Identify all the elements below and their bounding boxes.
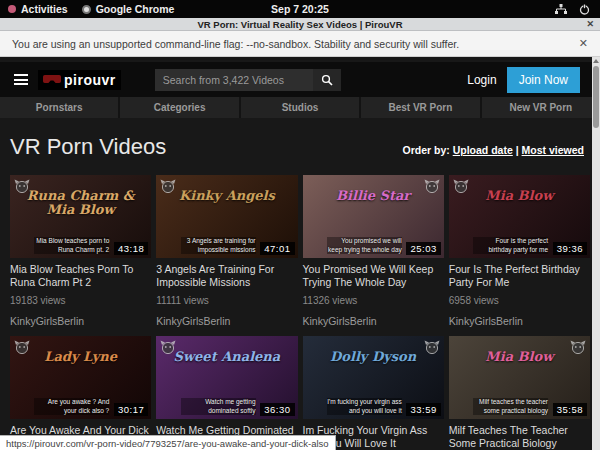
browser-title-bar[interactable]: VR Porn: Virtual Reality Sex Videos | Pi… — [0, 18, 600, 31]
site-logo[interactable]: pirouvr — [38, 70, 121, 90]
video-grid: Runa Charm & Mia Blow Mia Blow teaches p… — [10, 175, 590, 450]
duration-badge: 39:36 — [553, 242, 587, 255]
scrollbar-thumb[interactable] — [593, 66, 599, 128]
thumbnail-overlay-name: Kinky Angels — [156, 189, 297, 203]
thumbnail-overlay-name: Runa Charm & Mia Blow — [10, 189, 151, 216]
chrome-icon — [82, 5, 91, 14]
video-studio-link[interactable]: KinkyGirlsBerlin — [10, 315, 151, 327]
video-card[interactable]: Dolly Dyson I'm fucking your virgin ass … — [303, 336, 444, 450]
video-thumbnail[interactable]: Billie Star You promised we will keep tr… — [303, 175, 444, 258]
video-thumbnail[interactable]: Lady Lyne Are you awake ? And your dick … — [10, 336, 151, 419]
thumbnail-overlay-name: Dolly Dyson — [303, 350, 444, 364]
thumbnail-overlay-name: Mia Blow — [449, 189, 590, 203]
video-thumbnail[interactable]: Sweet Analena Watch me getting dominated… — [156, 336, 297, 419]
network-icon[interactable] — [555, 4, 567, 14]
join-now-button[interactable]: Join Now — [507, 67, 580, 93]
video-views: 6958 views — [449, 295, 590, 306]
video-thumbnail[interactable]: Kinky Angels 3 Angels are training for i… — [156, 175, 297, 258]
warning-infobar: You are using an unsupported command-lin… — [0, 31, 600, 57]
status-bar: https://pirouvr.com/vr-porn-video/779325… — [0, 435, 336, 450]
thumbnail-caption: Mia Blow teaches porn to Runa Charm pt. … — [34, 237, 109, 254]
power-icon[interactable] — [579, 4, 590, 15]
thumbnail-caption: You promised we will keep trying the who… — [327, 237, 402, 254]
activities-button[interactable]: Activities — [8, 3, 68, 15]
order-by-separator: | — [516, 144, 519, 156]
thumbnail-overlay-name: Lady Lyne — [10, 350, 151, 364]
order-by-upload-date-link[interactable]: Upload date — [453, 144, 513, 156]
order-by-most-viewed-link[interactable]: Most viewed — [522, 144, 584, 156]
video-card[interactable]: Mia Blow Four is the perfect birthday pa… — [449, 175, 590, 327]
magnifier-icon — [321, 74, 333, 86]
video-views: 11111 views — [156, 295, 297, 306]
video-studio-link[interactable]: KinkyGirlsBerlin — [303, 315, 444, 327]
nav-item[interactable]: Studios — [239, 97, 359, 118]
tab-title: VR Porn: Virtual Reality Sex Videos | Pi… — [197, 19, 402, 30]
status-url: https://pirouvr.com/vr-porn-video/779325… — [6, 438, 329, 449]
duration-badge: 47:01 — [260, 242, 294, 255]
video-thumbnail[interactable]: Mia Blow Four is the perfect birthday pa… — [449, 175, 590, 258]
thumbnail-overlay-name: Sweet Analena — [156, 350, 297, 364]
menu-icon[interactable] — [14, 74, 28, 85]
screen: Activities Google Chrome Sep 7 20:25 V — [0, 0, 600, 450]
thumbnail-caption: Four is the perfect birthday party for m… — [473, 237, 548, 254]
nav-item[interactable]: Categories — [118, 97, 238, 118]
content: VR Porn Videos Order by: Upload date | M… — [0, 134, 600, 450]
search-button[interactable] — [313, 69, 341, 91]
tab-close-icon[interactable]: ✕ — [586, 19, 594, 29]
order-by: Order by: Upload date | Most viewed — [402, 144, 584, 156]
video-title[interactable]: Mia Blow Teaches Porn To Runa Charm Pt 2 — [10, 263, 151, 288]
video-card[interactable]: Kinky Angels 3 Angels are training for i… — [156, 175, 297, 327]
app-indicator[interactable]: Google Chrome — [82, 3, 175, 15]
nav-item-label: New VR Porn — [509, 102, 572, 113]
nav-item[interactable]: Best VR Porn — [359, 97, 479, 118]
video-thumbnail[interactable]: Mia Blow Milf teaches the teacher some p… — [449, 336, 590, 419]
login-link[interactable]: Login — [467, 73, 496, 87]
nav-item[interactable]: New VR Porn — [480, 97, 600, 118]
thumbnail-caption: Are you awake ? And your dick also ? — [34, 398, 109, 415]
video-thumbnail[interactable]: Runa Charm & Mia Blow Mia Blow teaches p… — [10, 175, 151, 258]
duration-badge: 36:30 — [260, 403, 294, 416]
search-bar — [155, 69, 341, 91]
duration-badge: 35:58 — [553, 403, 587, 416]
video-card[interactable]: Mia Blow Milf teaches the teacher some p… — [449, 336, 590, 450]
nav-item-label: Studios — [282, 102, 319, 113]
main-nav: Pornstars Categories Studios Best VR Por… — [0, 97, 600, 118]
video-studio-link[interactable]: KinkyGirlsBerlin — [156, 315, 297, 327]
thumbnail-overlay-name: Billie Star — [303, 189, 444, 203]
video-thumbnail[interactable]: Dolly Dyson I'm fucking your virgin ass … — [303, 336, 444, 419]
video-title[interactable]: You Promised We Will Keep Trying The Who… — [303, 263, 444, 288]
site-header: pirouvr Login Join Now — [0, 62, 600, 97]
video-card[interactable]: Sweet Analena Watch me getting dominated… — [156, 336, 297, 450]
video-card[interactable]: Runa Charm & Mia Blow Mia Blow teaches p… — [10, 175, 151, 327]
video-card[interactable]: Lady Lyne Are you awake ? And your dick … — [10, 336, 151, 450]
nav-item[interactable]: Pornstars — [0, 97, 118, 118]
web-page: pirouvr Login Join Now Pornstars — [0, 57, 600, 450]
page-title: VR Porn Videos — [10, 134, 166, 160]
video-views: 19183 views — [10, 295, 151, 306]
video-card[interactable]: Billie Star You promised we will keep tr… — [303, 175, 444, 327]
activities-label: Activities — [21, 3, 68, 15]
video-studio-link[interactable]: KinkyGirlsBerlin — [449, 315, 590, 327]
video-title[interactable]: Milf Teaches The Teacher Some Practical … — [449, 424, 590, 449]
nav-item-label: Pornstars — [36, 102, 83, 113]
thumbnail-caption: Watch me getting dominated softly — [181, 398, 256, 415]
scrollbar[interactable] — [592, 57, 600, 450]
warning-close-icon[interactable]: ✕ — [579, 37, 588, 50]
search-input[interactable] — [155, 69, 313, 91]
app-label: Google Chrome — [96, 3, 175, 15]
duration-badge: 25:03 — [406, 242, 440, 255]
activities-icon — [8, 5, 16, 13]
video-views: 11326 views — [303, 295, 444, 306]
scrollbar-up-arrow[interactable] — [593, 59, 599, 63]
order-by-label: Order by: — [402, 144, 449, 156]
video-title[interactable]: Four Is The Perfect Birthday Party For M… — [449, 263, 590, 288]
warning-text: You are using an unsupported command-lin… — [12, 38, 459, 50]
nav-item-label: Best VR Porn — [388, 102, 452, 113]
vr-goggles-icon — [43, 74, 61, 85]
nav-item-label: Categories — [154, 102, 206, 113]
thumbnail-caption: I'm fucking your virgin ass and you will… — [327, 398, 402, 415]
thumbnail-caption: 3 Angels are training for impossible mis… — [181, 237, 256, 254]
duration-badge: 43:18 — [114, 242, 148, 255]
site-logo-text: pirouvr — [64, 72, 116, 88]
video-title[interactable]: 3 Angels Are Training For Impossible Mis… — [156, 263, 297, 288]
